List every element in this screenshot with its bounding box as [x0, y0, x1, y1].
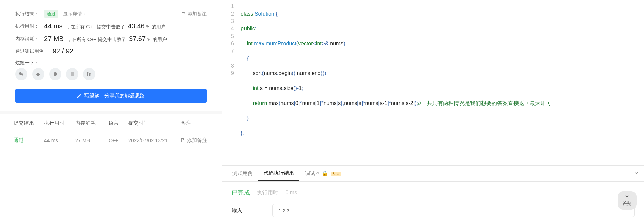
tab-debugger[interactable]: 调试器 🔒 Beta	[299, 166, 347, 181]
linkedin-icon[interactable]	[83, 68, 95, 80]
history-header: 提交结果 执行用时 内存消耗 语言 提交时间 备注	[14, 120, 208, 132]
add-note-link[interactable]: 添加备注	[181, 11, 207, 17]
line-gutter: 1 2 3 4 5 6 7 8 9	[222, 3, 241, 152]
tab-result[interactable]: 代码执行结果	[258, 166, 299, 181]
console: 测试用例 代码执行结果 调试器 🔒 Beta 已完成 执行用时： 0 ms 输入…	[222, 165, 644, 217]
mem-value: 27 MB	[44, 35, 64, 43]
svg-rect-6	[87, 73, 88, 76]
right-panel: 1 2 3 4 5 6 7 8 9 class Solution { publi…	[222, 0, 644, 217]
share-label: 炫耀一下：	[15, 60, 44, 66]
svg-point-3	[54, 72, 57, 76]
svg-rect-5	[71, 75, 74, 76]
svg-point-2	[36, 73, 40, 76]
code-editor[interactable]: 1 2 3 4 5 6 7 8 9 class Solution { publi…	[222, 0, 644, 152]
console-tabs: 测试用例 代码执行结果 调试器 🔒 Beta	[222, 166, 644, 182]
write-solution-button[interactable]: 写题解，分享我的解题思路	[15, 89, 207, 103]
status-badge: 通过	[44, 10, 58, 18]
flag-icon	[181, 12, 186, 16]
tab-testcases[interactable]: 测试用例	[227, 166, 258, 181]
svg-point-0	[19, 72, 22, 75]
share-icons	[15, 68, 207, 80]
time-value: 44 ms	[44, 22, 62, 30]
left-tabs	[0, 0, 222, 3]
show-details-link[interactable]: 显示详情 ›	[63, 11, 85, 17]
chevron-down-icon[interactable]	[633, 170, 639, 177]
add-note-row[interactable]: 添加备注	[181, 137, 207, 144]
submission-history: 提交结果 执行用时 内存消耗 语言 提交时间 备注 通过 44 ms 27 MB…	[0, 114, 222, 148]
left-panel: 执行结果： 通过 显示详情 › 添加备注 执行用时： 44 ms ，在所有 C+…	[0, 0, 222, 217]
input-label: 输入	[232, 207, 272, 214]
svg-point-7	[87, 72, 89, 73]
diff-button[interactable]: 差别	[618, 191, 637, 210]
result-card: 执行结果： 通过 显示详情 › 添加备注 执行用时： 44 ms ，在所有 C+…	[0, 3, 222, 114]
svg-rect-4	[71, 73, 74, 74]
wechat-icon[interactable]	[15, 68, 27, 80]
weibo-icon[interactable]	[32, 68, 44, 80]
svg-point-1	[21, 74, 23, 76]
lock-icon: 🔒	[321, 170, 328, 176]
time-label: 执行用时：	[15, 23, 44, 29]
result-label: 执行结果：	[15, 11, 44, 17]
console-body: 已完成 执行用时： 0 ms 输入 [1,2,3] 输出 6 预期结果 6	[222, 182, 644, 217]
qq-icon[interactable]	[49, 68, 61, 80]
cases-label: 通过测试用例：	[15, 48, 53, 55]
pencil-icon	[77, 93, 82, 99]
diff-icon	[624, 194, 630, 200]
code-content: class Solution { public: int maximumProd…	[241, 3, 644, 152]
mem-label: 内存消耗：	[15, 36, 44, 42]
douban-icon[interactable]	[66, 68, 78, 80]
input-box[interactable]: [1,2,3]	[272, 204, 635, 217]
done-label: 已完成	[232, 189, 250, 197]
table-row[interactable]: 通过 44 ms 27 MB C++ 2022/07/02 13:21 添加备注	[14, 132, 208, 148]
cases-value: 92 / 92	[53, 47, 73, 55]
flag-icon	[181, 138, 186, 143]
svg-rect-9	[626, 196, 628, 197]
